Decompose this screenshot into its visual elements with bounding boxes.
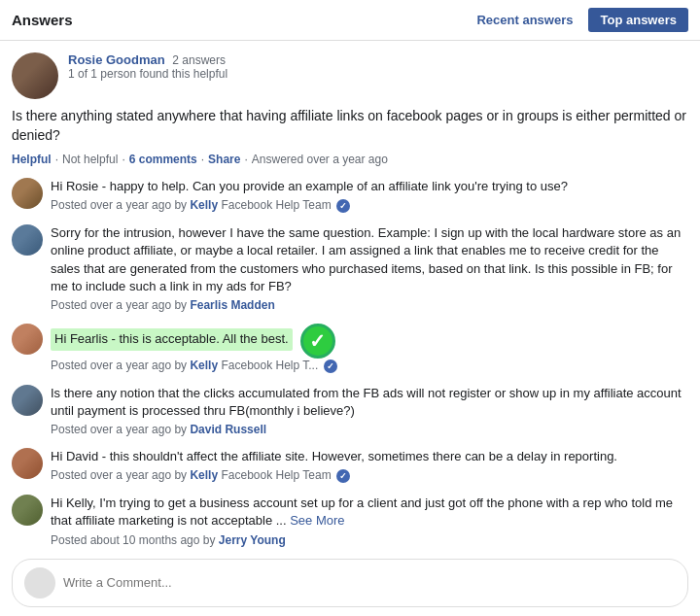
comment-footer: Posted over a year ago by Fearlis Madden (51, 298, 688, 312)
comment-body: Is there any notion that the clicks accu… (51, 385, 688, 436)
fb-help-tag: Facebook Help Team (221, 198, 331, 212)
comments-link[interactable]: 6 comments (129, 153, 197, 166)
question-text: Is there anything stated anywhere that h… (12, 107, 688, 145)
comment-author[interactable]: Jerry Young (219, 533, 286, 547)
comment-body: Hi Rosie - happy to help. Can you provid… (51, 178, 688, 213)
comment-text: Hi David - this shouldn't affect the aff… (51, 448, 688, 465)
comment-footer: Posted over a year ago by Kelly Facebook… (51, 468, 688, 483)
see-more-link[interactable]: See More (287, 513, 345, 528)
answer-section: Rosie Goodman 2 answers 1 of 1 person fo… (0, 41, 700, 547)
comment-text: Is there any notion that the clicks accu… (51, 385, 688, 420)
helpful-info: 1 of 1 person found this helpful (68, 67, 228, 81)
verified-badge (336, 469, 350, 483)
recent-answers-button[interactable]: Recent answers (469, 9, 580, 31)
comment-author[interactable]: Kelly (190, 359, 218, 372)
write-comment-container[interactable] (12, 559, 688, 607)
comment-avatar (12, 224, 43, 256)
highlighted-row: Hi Fearlis - this is acceptable. All the… (51, 324, 688, 359)
answer-user-info: Rosie Goodman 2 answers 1 of 1 person fo… (68, 52, 228, 81)
comment-avatar (12, 448, 43, 479)
page-header: Answers Recent answers Top answers (0, 0, 700, 41)
comment-body: Hi Kelly, I'm trying to get a business a… (51, 495, 688, 546)
write-comment-input[interactable] (63, 575, 676, 590)
comment-author[interactable]: Kelly (190, 198, 218, 212)
header-actions: Recent answers Top answers (469, 8, 688, 32)
comment-author[interactable]: David Russell (190, 423, 266, 436)
comment-footer: Posted over a year ago by David Russell (51, 423, 688, 436)
comment-item: Sorry for the intrusion, however I have … (12, 224, 688, 312)
comment-text: Sorry for the intrusion, however I have … (51, 224, 688, 295)
separator-1: · (55, 153, 58, 166)
answer-meta: Helpful · Not helpful · 6 comments · Sha… (12, 153, 688, 166)
not-helpful-link[interactable]: Not helpful (62, 153, 118, 166)
top-answers-button[interactable]: Top answers (588, 8, 688, 32)
comment-body: Sorry for the intrusion, however I have … (51, 224, 688, 312)
comment-author[interactable]: Kelly (190, 468, 218, 482)
comment-item: Hi David - this shouldn't affect the aff… (12, 448, 688, 483)
comment-item: Hi Kelly, I'm trying to get a business a… (12, 495, 688, 546)
separator-3: · (201, 153, 204, 166)
comment-body: Hi David - this shouldn't affect the aff… (51, 448, 688, 483)
fb-help-tag: Facebook Help Team (221, 468, 331, 482)
comment-avatar (12, 385, 43, 416)
separator-4: · (244, 153, 247, 166)
comment-text: Hi Rosie - happy to help. Can you provid… (51, 178, 688, 195)
answered-time: Answered over a year ago (252, 153, 388, 166)
comment-item: Hi Rosie - happy to help. Can you provid… (12, 178, 688, 213)
answer-header: Rosie Goodman 2 answers 1 of 1 person fo… (12, 52, 688, 99)
comment-text: Hi Kelly, I'm trying to get a business a… (51, 495, 688, 530)
checkmark-icon (300, 324, 335, 359)
page-title: Answers (12, 12, 73, 28)
comment-item: Hi Fearlis - this is acceptable. All the… (12, 324, 688, 373)
comment-avatar (12, 324, 43, 355)
share-link[interactable]: Share (208, 153, 240, 166)
comment-avatar (12, 495, 43, 526)
comment-footer: Posted about 10 months ago by Jerry Youn… (51, 533, 688, 547)
comment-footer: Posted over a year ago by Kelly Facebook… (51, 359, 688, 373)
fb-help-tag: Facebook Help T... (221, 359, 318, 372)
comment-footer: Posted over a year ago by Kelly Facebook… (51, 198, 688, 213)
verified-badge (336, 199, 350, 213)
separator-2: · (122, 153, 124, 166)
comment-author[interactable]: Fearlis Madden (190, 298, 274, 312)
comment-avatar (12, 178, 43, 209)
comment-text-highlighted: Hi Fearlis - this is acceptable. All the… (51, 328, 293, 350)
comment-item: Is there any notion that the clicks accu… (12, 385, 688, 436)
verified-badge (324, 359, 337, 373)
avatar (12, 52, 58, 99)
comment-body: Hi Fearlis - this is acceptable. All the… (51, 324, 688, 373)
commenter-avatar (24, 567, 55, 599)
answer-count: 2 answers (172, 53, 226, 67)
comments-section: Hi Rosie - happy to help. Can you provid… (12, 178, 688, 546)
helpful-link[interactable]: Helpful (12, 153, 52, 166)
user-name[interactable]: Rosie Goodman (68, 52, 165, 67)
